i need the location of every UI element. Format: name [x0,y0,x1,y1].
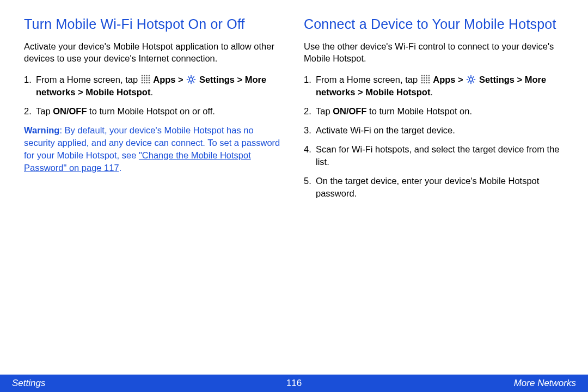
svg-point-28 [428,79,430,81]
step-text: Tap [316,106,333,116]
svg-point-15 [148,82,150,83]
page-content: Turn Mobile Wi-Fi Hotspot On or Off Acti… [0,0,588,370]
right-steps: 1. From a Home screen, tap Apps > [304,74,566,200]
svg-point-22 [424,77,425,79]
left-steps: 1. From a Home screen, tap Apps > [24,74,286,118]
svg-point-0 [141,75,143,76]
svg-point-12 [141,82,143,83]
step-number: 1. [24,74,32,86]
step-number: 5. [304,175,311,187]
svg-point-7 [148,77,150,79]
step-text: Tap [36,106,53,116]
svg-point-26 [424,79,425,81]
warning-suffix: . [119,163,122,173]
onoff-label: ON/OFF [53,106,87,116]
step-number: 4. [304,143,311,156]
svg-point-13 [144,82,145,83]
settings-gear-icon [186,75,196,84]
warning-paragraph: Warning: By default, your device's Mobil… [24,124,286,174]
svg-point-17 [421,75,422,76]
svg-point-27 [426,79,427,81]
svg-point-6 [146,77,148,79]
settings-gear-icon [466,75,476,84]
svg-point-30 [424,82,425,83]
apps-label: Apps > [153,75,186,84]
list-item: 4. Scan for Wi-Fi hotspots, and select t… [304,143,566,168]
step-text: to turn Mobile Hotspot on. [367,106,473,116]
svg-point-4 [141,77,143,79]
page-footer: Settings 116 More Networks [0,375,588,392]
right-heading: Connect a Device to Your Mobile Hotspot [304,15,566,33]
warning-label: Warning [24,125,59,135]
footer-section: Settings [12,378,45,389]
svg-point-14 [146,82,148,83]
left-column: Turn Mobile Wi-Fi Hotspot On or Off Acti… [24,15,286,370]
svg-point-2 [146,75,148,76]
right-column: Connect a Device to Your Mobile Hotspot … [304,15,566,370]
step-text: Activate Wi-Fi on the target device. [316,125,455,135]
left-heading: Turn Mobile Wi-Fi Hotspot On or Off [24,15,286,33]
svg-point-18 [424,75,425,76]
list-item: 3. Activate Wi-Fi on the target device. [304,124,566,137]
list-item: 5. On the target device, enter your devi… [304,175,566,200]
svg-point-21 [421,77,422,79]
svg-point-11 [148,79,150,81]
apps-label: Apps > [433,75,465,84]
svg-point-32 [428,82,430,83]
step-suffix: . [430,87,433,97]
svg-point-25 [421,79,422,81]
svg-point-24 [428,77,430,79]
svg-point-31 [426,82,427,83]
right-intro: Use the other device's Wi-Fi control to … [304,40,566,65]
step-suffix: . [150,87,153,97]
step-number: 2. [24,105,32,118]
svg-point-16 [189,77,193,81]
step-number: 3. [304,124,311,137]
svg-point-1 [144,75,145,76]
apps-grid-icon [141,75,150,84]
svg-point-19 [426,75,427,76]
step-text: From a Home screen, tap [36,75,140,84]
svg-point-8 [141,79,143,81]
svg-point-9 [144,79,145,81]
step-text: to turn Mobile Hotspot on or off. [87,106,215,116]
svg-point-20 [428,75,430,76]
step-text: From a Home screen, tap [316,75,420,84]
svg-point-33 [469,77,473,81]
svg-point-3 [148,75,150,76]
svg-point-23 [426,77,427,79]
step-text: On the target device, enter your device'… [316,176,539,198]
step-number: 1. [304,74,311,86]
step-text: Scan for Wi-Fi hotspots, and select the … [316,144,560,167]
footer-subsection: More Networks [514,378,576,389]
left-intro: Activate your device's Mobile Hotspot ap… [24,40,286,65]
page-number: 116 [286,378,302,389]
step-number: 2. [304,105,311,118]
svg-point-5 [144,77,145,79]
onoff-label: ON/OFF [333,106,366,116]
svg-point-10 [146,79,148,81]
apps-grid-icon [421,75,430,84]
list-item: 2. Tap ON/OFF to turn Mobile Hotspot on … [24,105,286,118]
list-item: 2. Tap ON/OFF to turn Mobile Hotspot on. [304,105,566,118]
list-item: 1. From a Home screen, tap Apps > [24,74,286,99]
svg-point-29 [421,82,422,83]
list-item: 1. From a Home screen, tap Apps > [304,74,566,99]
